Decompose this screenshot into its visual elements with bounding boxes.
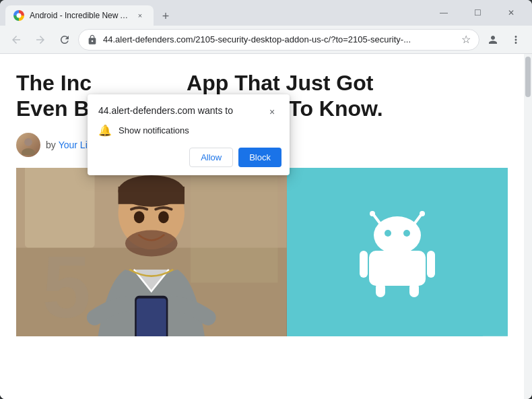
svg-rect-5 [191, 168, 278, 282]
svg-point-21 [403, 230, 410, 237]
browser-window: Android - Incredible New App - I... × + … [0, 0, 532, 399]
toolbar-actions [482, 29, 527, 51]
popup-notification-row: 🔔 Show notifications [98, 124, 279, 137]
maximize-button[interactable]: ☐ [462, 3, 493, 23]
tab-favicon [13, 10, 24, 21]
refresh-button[interactable] [54, 29, 75, 51]
svg-point-16 [370, 211, 375, 216]
scrollbar[interactable] [524, 54, 532, 399]
page-content: The Inc App That Just GotEven B You Need… [0, 54, 524, 399]
left-image: 5 [16, 168, 287, 336]
svg-text:5: 5 [42, 239, 91, 336]
popup-close-button[interactable]: × [265, 105, 279, 119]
svg-point-1 [22, 148, 35, 155]
forward-button[interactable] [30, 29, 51, 51]
svg-rect-26 [409, 282, 419, 297]
allow-button[interactable]: Allow [189, 148, 233, 167]
svg-point-20 [385, 230, 391, 237]
block-button[interactable]: Block [238, 148, 281, 167]
svg-point-9 [125, 230, 178, 256]
tab-area: Android - Incredible New App - I... × + [5, 0, 426, 26]
title-bar: Android - Incredible New App - I... × + … [0, 0, 532, 26]
svg-point-11 [158, 211, 169, 223]
window-controls: — ☐ ✕ [428, 3, 527, 23]
popup-title: 44.alert-defenders.com wants to [98, 105, 265, 116]
android-logo [350, 205, 444, 299]
toolbar: 44.alert-defenders.com/2105-security-des… [0, 26, 532, 54]
avatar [16, 133, 40, 157]
content-area: The Inc App That Just GotEven B You Need… [0, 54, 532, 399]
svg-point-18 [420, 211, 425, 216]
popup-header: 44.alert-defenders.com wants to × [88, 94, 290, 124]
svg-rect-4 [25, 168, 95, 248]
bookmark-button[interactable]: ☆ [461, 33, 471, 46]
menu-button[interactable] [505, 29, 527, 51]
tab-close-button[interactable]: × [135, 10, 145, 21]
svg-rect-8 [119, 187, 185, 204]
address-bar[interactable]: 44.alert-defenders.com/2105-security-des… [78, 29, 479, 51]
article-image-area: 5 [16, 168, 508, 336]
tab-title: Android - Incredible New App - I... [30, 11, 129, 20]
right-image: 7 [287, 168, 508, 336]
svg-rect-24 [427, 251, 435, 278]
bell-icon: 🔔 [98, 124, 112, 137]
svg-point-0 [24, 138, 32, 146]
svg-point-19 [374, 216, 421, 254]
popup-actions: Allow Block [88, 142, 290, 175]
popup-body: 🔔 Show notifications [88, 124, 290, 142]
url-text: 44.alert-defenders.com/2105-security-des… [103, 34, 456, 44]
lock-icon [87, 34, 98, 45]
back-button[interactable] [5, 29, 27, 51]
scrollbar-thumb[interactable] [525, 57, 531, 97]
svg-rect-22 [369, 251, 426, 286]
close-button[interactable]: ✕ [496, 3, 527, 23]
active-tab[interactable]: Android - Incredible New App - I... × [5, 5, 154, 26]
svg-rect-23 [360, 251, 368, 278]
svg-rect-13 [137, 298, 166, 336]
new-tab-button[interactable]: + [156, 7, 175, 26]
profile-button[interactable] [482, 29, 504, 51]
svg-rect-25 [376, 282, 385, 297]
svg-point-10 [134, 211, 145, 223]
minimize-button[interactable]: — [428, 3, 459, 23]
notification-popup: 44.alert-defenders.com wants to × 🔔 Show… [88, 94, 290, 175]
popup-notification-label: Show notifications [119, 125, 189, 135]
